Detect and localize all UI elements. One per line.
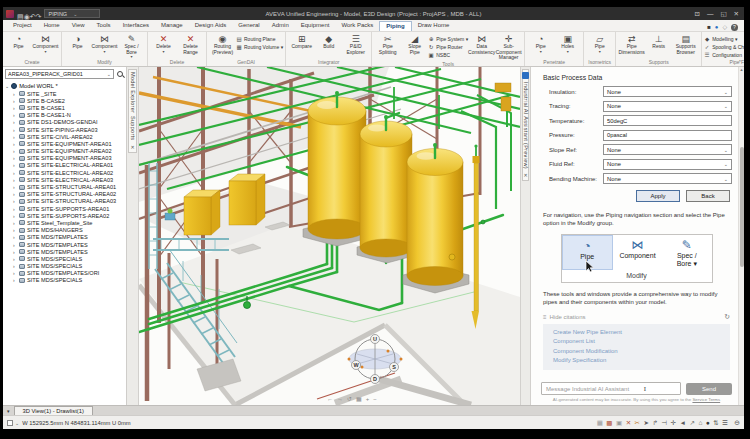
minimize-button[interactable]: — [707, 10, 714, 18]
expander-icon[interactable]: › [13, 277, 17, 283]
panel-scrollbar[interactable]: ▲ [738, 67, 744, 405]
coordinate-lock-checkbox[interactable] [7, 420, 13, 426]
tree-item[interactable]: ›SITE B-CASE2 [5, 97, 126, 104]
ribbon-button-nsbc[interactable]: ▣NSBC [428, 51, 468, 58]
tree-item[interactable]: ›SITE SITE-ELECTRICAL-AREA03 [5, 176, 126, 183]
status-tool-icon[interactable]: ◄ [680, 419, 686, 427]
expander-icon[interactable]: › [13, 98, 17, 104]
ribbon-button-data-consistency[interactable]: ⋈Data Consistency [468, 33, 495, 61]
tree-item[interactable]: ›SITE MDS/TEMPLATES [5, 234, 126, 241]
help-icon[interactable]: ? [731, 24, 738, 31]
ribbon-button-pipe-splitting[interactable]: ✂Pipe Splitting [374, 33, 401, 61]
expander-icon[interactable]: › [13, 148, 17, 154]
expander-icon[interactable]: › [13, 270, 17, 276]
expander-icon[interactable]: › [13, 141, 17, 147]
message-input[interactable]: Message Industrial AI Assistant I [541, 382, 681, 395]
tree-item[interactable]: ›SITE SITE-EQUIPMENT-AREA01 [5, 140, 126, 147]
ribbon-tab-work-packs[interactable]: Work Packs [335, 21, 379, 31]
expander-icon[interactable]: › [13, 220, 17, 226]
chevron-down-icon[interactable]: ⌄ [15, 420, 19, 426]
ribbon-button-pipe-dimensions[interactable]: ⇄Pipe Dimensions [618, 33, 645, 59]
compass-down-label[interactable]: D [373, 376, 377, 382]
send-button[interactable]: Send [686, 383, 732, 395]
ribbon-tab-general[interactable]: General [232, 21, 265, 31]
status-tool-icon[interactable]: ▣ [616, 419, 622, 427]
expander-icon[interactable]: › [13, 256, 17, 262]
expander-icon[interactable]: › [13, 134, 17, 140]
tree-item[interactable]: ›SITE SITE-EQUIPMENT-AREA03 [5, 155, 126, 162]
ribbon-button-pipe-router[interactable]: ↻Pipe Router [428, 43, 468, 50]
ribbon-button-configuration[interactable]: ☰Configuration [704, 51, 744, 58]
expander-icon[interactable]: › [13, 191, 17, 197]
ribbon-button-pipe[interactable]: ◑Pipe [64, 33, 91, 59]
tree-search-combo[interactable]: AREA03_PIPERACK_GRID01 ⌄ [5, 69, 114, 79]
tree-root[interactable]: ⌄ Model WORL * [5, 82, 126, 90]
rotate-icon[interactable]: ↺ [347, 396, 352, 402]
ribbon-button-routing-preview[interactable]: ◉Routing (Preview) [209, 33, 236, 59]
tree-item[interactable]: ›SITE Steel_Template_Site [5, 219, 126, 226]
ribbon-tab-project[interactable]: Project [7, 21, 38, 31]
tree-item[interactable]: ›SITE SITE-STRUCTURAL-AREA03 [5, 198, 126, 205]
zoom-out-icon[interactable]: ⊖ [734, 419, 740, 427]
ribbon-button-supports-browser[interactable]: ▤Supports Browser [672, 33, 699, 59]
ai-assistant-dock-tab[interactable]: Industrial AI Assistant (Preview) ✕ [522, 69, 529, 181]
close-button[interactable]: ✕ [734, 10, 739, 18]
ribbon-button-holes[interactable]: ▣Holes▾ [554, 33, 581, 59]
ribbon-tab-view[interactable]: View [66, 21, 91, 31]
expander-icon[interactable]: › [13, 198, 17, 204]
expander-icon[interactable]: › [13, 112, 17, 118]
ribbon-button-rests[interactable]: ⊥Rests [645, 33, 672, 59]
ribbon-button-component[interactable]: ⋈Component▾ [91, 33, 118, 59]
expander-icon[interactable]: › [13, 249, 17, 255]
compass-south-label[interactable]: S [392, 364, 396, 370]
ribbon-button-p-id-explorer[interactable]: ☰P&ID Explorer [342, 33, 369, 59]
tree-item[interactable]: ›SITE SITE-ELECTRICAL-AREA02 [5, 169, 126, 176]
tree-item[interactable]: ›SITE B-CASE1 [5, 104, 126, 111]
ribbon-button-build[interactable]: ◆Build [315, 33, 342, 59]
ribbon-tab-design-aids[interactable]: Design Aids [189, 21, 233, 31]
expander-icon[interactable]: › [13, 263, 17, 269]
status-tool-icon[interactable]: ↱ [653, 419, 658, 427]
tree-item[interactable]: ›SITE SITE-STRUCTURAL-AREA01 [5, 183, 126, 190]
ribbon-button-pipe[interactable]: ◔Pipe [5, 33, 32, 59]
ribbon-button-pipe[interactable]: ◔Pipe▾ [527, 33, 554, 59]
ribbon-button-compare[interactable]: ⊞Compare [288, 33, 315, 59]
citation-link-component-list[interactable]: Component List [553, 337, 730, 347]
pressure-input[interactable]: 0pascal [603, 130, 732, 141]
status-tool-icon[interactable]: ➤ [644, 419, 649, 427]
tree-item[interactable]: ›SITE SITE-ELECTRICAL-AREA01 [5, 162, 126, 169]
insulation-select[interactable]: None⌄ [603, 86, 732, 97]
view-list-dropdown-icon[interactable]: ▾ [3, 408, 14, 415]
status-tool-icon[interactable]: ↗ [690, 419, 695, 427]
scrollbar-thumb[interactable] [740, 147, 744, 267]
cube-icon[interactable]: ▦ [356, 396, 362, 402]
ribbon-button-routing-plane[interactable]: ▤Routing Plane [236, 35, 283, 42]
ribbon-collapse-icon[interactable]: ⌃ [738, 59, 742, 65]
expander-icon[interactable]: › [13, 119, 17, 125]
status-tool-icon[interactable]: ⌂ [698, 419, 702, 427]
ribbon-button-routing-volume[interactable]: ▦Routing Volume ▾ [236, 43, 283, 50]
ribbon-tab-equipment[interactable]: Equipment [295, 21, 336, 31]
status-tool-icon[interactable]: ✛ [671, 419, 676, 427]
tree-item[interactable]: ›SITE SITE-EQUIPMENT-AREA02 [5, 148, 126, 155]
status-tool-icon[interactable]: ▩ [606, 419, 612, 427]
3d-viewport[interactable]: U D W S ←→↺▦+− [139, 67, 520, 405]
ribbon-button-pipe-system[interactable]: ⊕Pipe System ▾ [428, 35, 468, 42]
expander-icon[interactable]: › [13, 91, 17, 97]
compass-up-label[interactable]: U [373, 336, 377, 342]
shape-icon[interactable]: ◇ [722, 24, 727, 31]
tree-item[interactable]: ›SITE _SITE [5, 90, 126, 97]
hide-citations-toggle[interactable]: Hide citations [550, 314, 586, 320]
service-terms-link[interactable]: Service Terms [692, 397, 720, 402]
citation-link-create-new-pipe-element[interactable]: Create New Pipe Element [553, 328, 730, 338]
expander-icon[interactable]: › [13, 242, 17, 248]
scroll-up-icon[interactable]: ▲ [739, 67, 744, 72]
tree-item[interactable]: ›SITE SITE-CIVIL-AREA02 [5, 133, 126, 140]
expander-icon[interactable]: › [13, 184, 17, 190]
expander-icon[interactable]: › [13, 170, 17, 176]
tree-item[interactable]: ›SITE SITE-SUPPORTS-AREA01 [5, 205, 126, 212]
tree-item[interactable]: ›SITE MDS/TEMPLATES [5, 248, 126, 255]
ribbon-button-modelling[interactable]: ◆Modelling ▾ [704, 35, 744, 42]
tree-item[interactable]: ›SITE MDS/SPECIALS [5, 263, 126, 270]
pan-right-icon[interactable]: → [337, 396, 343, 402]
